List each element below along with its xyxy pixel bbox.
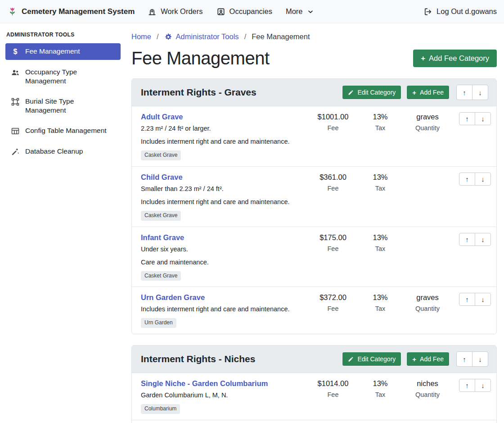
fee-amount: $372.00 <box>308 293 358 302</box>
fee-tax-label: Tax <box>358 391 403 398</box>
fee-amount-label: Fee <box>308 245 358 252</box>
fee-amount-label: Fee <box>308 124 358 132</box>
logout-button[interactable]: Log Out d.gowans <box>423 7 497 16</box>
move-fee-down-button[interactable]: ↓ <box>475 173 491 186</box>
sidebar-item-database-cleanup[interactable]: Database Cleanup <box>5 143 121 160</box>
edit-category-button[interactable]: Edit Category <box>342 352 401 366</box>
plus-icon: + <box>421 55 425 62</box>
fee-type-badge: Columbarium <box>141 404 180 414</box>
gear-icon <box>164 33 172 41</box>
fee-quantity: graves <box>403 293 452 302</box>
occupancies-icon <box>216 7 225 16</box>
fee-row: Urn Garden Grave Includes interment righ… <box>132 287 496 334</box>
pencil-icon <box>348 90 354 96</box>
fee-amount-label: Fee <box>308 305 358 312</box>
fee-name-link[interactable]: Infant Grave <box>141 233 184 242</box>
move-fee-up-button[interactable]: ↑ <box>459 379 475 392</box>
move-category-up-button[interactable]: ↑ <box>456 351 472 367</box>
nav-more-menu[interactable]: More <box>279 0 321 23</box>
fee-description: Care and maintenance. <box>141 258 308 267</box>
add-fee-button[interactable]: + Add Fee <box>406 352 450 366</box>
fee-name-link[interactable]: Child Grave <box>141 173 183 182</box>
fee-tax: 13% <box>358 379 403 388</box>
fee-type-badge: Casket Grave <box>141 211 181 221</box>
move-category-down-button[interactable]: ↓ <box>472 85 488 100</box>
fee-tax: 13% <box>358 173 403 182</box>
work-orders-icon <box>148 7 157 16</box>
sidebar-item-occupancy-type-management[interactable]: Occupancy Type Management <box>5 64 121 89</box>
fee-description: Under six years. <box>141 245 308 254</box>
fee-tax: 13% <box>358 233 403 242</box>
edit-category-label: Edit Category <box>357 89 396 96</box>
fee-name-link[interactable]: Adult Grave <box>141 112 183 122</box>
sidebar-item-fee-management[interactable]: $ Fee Management <box>5 43 121 60</box>
move-fee-up-button[interactable]: ↑ <box>459 233 475 246</box>
category-header: Interment Rights - Niches Edit Category … <box>132 346 496 373</box>
vector-square-icon <box>11 97 20 106</box>
move-fee-down-button[interactable]: ↓ <box>475 379 491 392</box>
nav-more-label: More <box>286 7 303 16</box>
fee-name-link[interactable]: Urn Garden Grave <box>141 293 205 302</box>
pencil-icon <box>348 356 354 362</box>
move-fee-up-button[interactable]: ↑ <box>459 173 475 186</box>
fee-tax: 13% <box>358 293 403 302</box>
fee-reorder-controls: ↑ ↓ <box>459 233 491 246</box>
main-content: Home / Administrator Tools / Fee Managem… <box>126 23 504 423</box>
move-category-up-button[interactable]: ↑ <box>456 85 472 100</box>
app-brand[interactable]: Cemetery Management System <box>7 6 135 17</box>
breadcrumb: Home / Administrator Tools / Fee Managem… <box>131 32 497 41</box>
fee-amount: $175.00 <box>308 233 358 242</box>
move-category-down-button[interactable]: ↓ <box>472 351 488 367</box>
sidebar-item-burial-site-type-management[interactable]: Burial Site Type Management <box>5 93 121 118</box>
breadcrumb-home-link[interactable]: Home <box>131 32 151 41</box>
category-card-niches: Interment Rights - Niches Edit Category … <box>131 345 497 423</box>
add-fee-category-button[interactable]: + Add Fee Category <box>413 50 497 67</box>
fee-quantity: niches <box>403 379 452 388</box>
fee-quantity-label: Quantity <box>403 124 452 132</box>
cleanup-wand-icon <box>11 147 20 156</box>
fee-tax-label: Tax <box>358 124 403 132</box>
category-header: Interment Rights - Graves Edit Category … <box>132 79 496 106</box>
move-fee-down-button[interactable]: ↓ <box>475 112 491 125</box>
add-fee-button[interactable]: + Add Fee <box>406 85 450 100</box>
plus-icon: + <box>412 89 416 96</box>
breadcrumb-admin-tools-link[interactable]: Administrator Tools <box>164 32 239 41</box>
sidebar-item-label: Fee Management <box>25 47 80 56</box>
logout-icon <box>423 7 432 16</box>
fee-row: Child Grave Smaller than 2.23 m² / 24 ft… <box>132 166 496 227</box>
plus-icon: + <box>412 356 416 363</box>
fee-description: 2.23 m² / 24 ft² or larger. <box>141 124 308 133</box>
sidebar-item-label: Database Cleanup <box>25 147 83 156</box>
fee-name-link[interactable]: Single Niche - Garden Columbarium <box>141 379 268 388</box>
sidebar-item-label: Burial Site Type Management <box>25 97 115 115</box>
breadcrumb-separator: / <box>157 32 159 41</box>
fee-row: Infant Grave Under six years. Care and m… <box>132 227 496 287</box>
fee-reorder-controls: ↑ ↓ <box>459 293 491 306</box>
nav-work-orders[interactable]: Work Orders <box>141 0 209 23</box>
sidebar-item-label: Config Table Management <box>25 126 107 135</box>
fee-type-badge: Casket Grave <box>141 271 181 281</box>
sidebar-item-label: Occupancy Type Management <box>25 68 115 86</box>
add-fee-label: Add Fee <box>420 355 444 363</box>
edit-category-button[interactable]: Edit Category <box>342 85 401 100</box>
fee-description: Includes interment right and care and ma… <box>141 305 308 314</box>
fee-quantity-label: Quantity <box>403 305 452 312</box>
move-fee-up-button[interactable]: ↑ <box>459 112 475 125</box>
nav-work-orders-label: Work Orders <box>161 7 202 16</box>
move-fee-down-button[interactable]: ↓ <box>475 293 491 306</box>
fee-amount: $361.00 <box>308 173 358 182</box>
fee-description: Includes interment right and care and ma… <box>141 137 308 146</box>
fee-reorder-controls: ↑ ↓ <box>459 173 491 186</box>
move-fee-down-button[interactable]: ↓ <box>475 233 491 246</box>
sidebar-item-config-table-management[interactable]: Config Table Management <box>5 123 121 139</box>
category-reorder-controls: ↑ ↓ <box>456 85 488 100</box>
fee-quantity: graves <box>403 112 452 122</box>
fee-description: Garden Columbarium L, M, N. <box>141 391 308 400</box>
fee-description: Includes interment right and care and ma… <box>141 198 308 206</box>
move-fee-up-button[interactable]: ↑ <box>459 293 475 306</box>
fee-row: Companion Niche - Garden Columbarium Gar… <box>132 420 496 423</box>
sidebar-heading: Administrator Tools <box>6 32 120 38</box>
category-title: Interment Rights - Graves <box>141 87 337 98</box>
nav-occupancies[interactable]: Occupancies <box>210 0 279 23</box>
nav-occupancies-label: Occupancies <box>230 7 272 16</box>
